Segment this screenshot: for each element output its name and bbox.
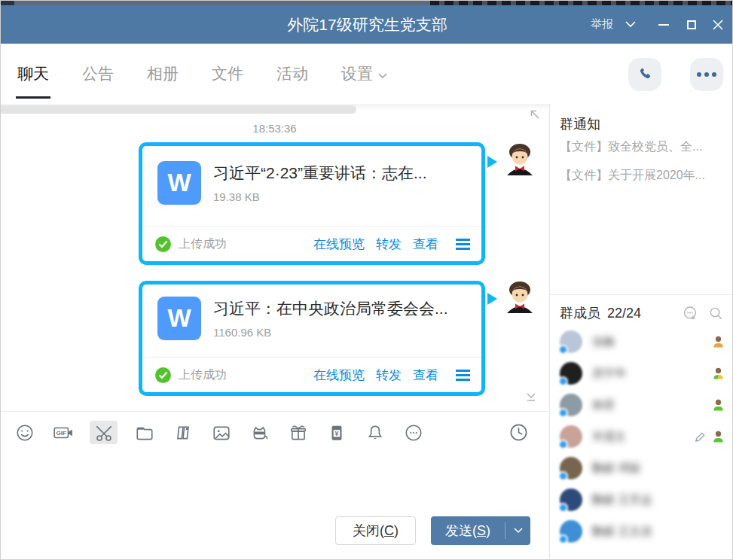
jump-to-latest-icon[interactable] [524, 390, 538, 406]
more-actions-button[interactable] [690, 58, 723, 91]
word-file-icon: W [157, 297, 201, 340]
close-button[interactable] [713, 20, 723, 30]
svg-text:¥: ¥ [334, 429, 338, 437]
member-row[interactable]: 宋溪文 [560, 421, 725, 452]
send-label-group: 发送(S) [431, 522, 505, 540]
file-card-footer: 上传成功 在线预览 转发 查看 [142, 226, 481, 261]
success-check-icon [155, 236, 171, 252]
gif-hotpic-icon[interactable]: GIF [51, 421, 75, 444]
more-tools-icon[interactable] [402, 421, 425, 444]
upload-status: 上传成功 [179, 367, 227, 383]
send-button[interactable]: 发送(S) [431, 516, 530, 545]
file-title: 习近平“2·23”重要讲话：志在... [213, 163, 427, 184]
view-link[interactable]: 查看 [413, 367, 438, 384]
member-name: 宋溪文 [592, 430, 626, 444]
tab-activity[interactable]: 活动 [276, 44, 308, 104]
bubble-tail [487, 156, 497, 168]
file-menu-icon[interactable] [456, 239, 470, 250]
minimize-button[interactable] [658, 24, 669, 26]
phone-icon [637, 65, 653, 84]
partially-scrolled-bubble [1, 105, 356, 114]
tab-settings[interactable]: 设置 [341, 44, 387, 104]
bell-icon[interactable] [363, 421, 386, 444]
member-avatar [560, 394, 582, 416]
voice-call-button[interactable] [628, 58, 661, 91]
edit-pencil-icon[interactable] [695, 431, 706, 443]
screenshot-scissors-icon[interactable] [90, 421, 118, 444]
gift-icon[interactable] [286, 421, 310, 444]
invite-member-icon[interactable] [683, 306, 698, 324]
report-button[interactable]: 举报 [591, 17, 613, 32]
member-name: 林君 [592, 398, 615, 412]
maximize-button[interactable] [687, 20, 696, 29]
word-file-icon: W [157, 161, 201, 205]
member-title-badge-icon [712, 336, 725, 348]
chevron-down-icon [378, 65, 387, 83]
message-timestamp: 18:53:36 [1, 122, 548, 135]
send-label: 发送( [445, 523, 477, 538]
expand-history-icon[interactable] [527, 107, 541, 123]
forward-link[interactable]: 转发 [376, 367, 402, 384]
tab-chat[interactable]: 聊天 [17, 44, 49, 104]
sender-avatar[interactable] [502, 278, 537, 313]
file-size: 19.38 KB [213, 190, 427, 203]
member-row[interactable]: 翻硕 王文清 [560, 516, 725, 547]
tab-album[interactable]: 相册 [147, 44, 179, 104]
member-row[interactable]: 房宇华 [560, 358, 725, 389]
chat-message-area: 18:53:36 W 习近平“2·23”重要讲话：志在... 19.38 KB … [1, 104, 548, 411]
member-name: 房宇华 [592, 367, 626, 381]
tab-bar: 聊天 公告 相册 文件 活动 设置 [1, 44, 733, 104]
member-name: 翻硕 王芳达 [592, 493, 652, 507]
close-label-end: ) [394, 523, 399, 539]
ellipsis-icon [697, 72, 716, 77]
image-icon[interactable] [209, 421, 233, 444]
send-label-end: ) [486, 523, 490, 538]
online-preview-link[interactable]: 在线预览 [313, 367, 365, 384]
title-bar-controls: 举报 [591, 5, 723, 44]
member-name: 张颖 [592, 335, 615, 349]
sidebar-divider [550, 294, 733, 295]
member-avatar [560, 330, 582, 353]
file-card-footer: 上传成功 在线预览 转发 查看 [142, 357, 481, 392]
folder-send-file-icon[interactable] [133, 421, 156, 444]
red-packet-icon[interactable]: ¥ [325, 421, 348, 444]
members-title: 群成员 [560, 304, 600, 322]
file-message-card[interactable]: W 习近平“2·23”重要讲话：志在... 19.38 KB 上传成功 在线预览… [139, 142, 485, 265]
file-assistant-icon[interactable] [171, 421, 194, 444]
sender-avatar[interactable] [502, 141, 537, 175]
tab-announcement[interactable]: 公告 [82, 44, 114, 104]
members-count: 22/24 [607, 306, 641, 321]
file-summary: W 习近平：在中央政治局常委会会... 1160.96 KB [142, 285, 481, 357]
search-member-icon[interactable] [709, 306, 723, 324]
message-history-clock-icon[interactable] [507, 421, 530, 444]
sticker-cat-icon[interactable] [248, 421, 271, 444]
file-title: 习近平：在中央政治局常委会会... [213, 298, 448, 319]
group-members-header: 群成员 22/24 [560, 304, 641, 322]
tabs: 聊天 公告 相册 文件 活动 设置 [17, 44, 387, 104]
member-row[interactable]: 林君 [560, 389, 725, 421]
tab-files[interactable]: 文件 [212, 44, 243, 104]
group-notice-item[interactable]: 【文件】致全校党员、全... [560, 139, 728, 155]
view-link[interactable]: 查看 [413, 236, 438, 253]
send-options-dropdown[interactable] [505, 516, 530, 545]
member-title-badge-icon [712, 399, 725, 412]
svg-text:GIF: GIF [56, 430, 66, 437]
bubble-tail [487, 293, 497, 305]
emoji-icon[interactable] [13, 421, 36, 444]
group-notice-item[interactable]: 【文件】关于开展2020年... [560, 168, 728, 184]
member-row[interactable]: 翻硕 王芳达 [560, 484, 725, 516]
member-row[interactable]: 张颖 [560, 326, 725, 358]
send-accesskey: S [477, 523, 486, 538]
member-title-badge-icon [712, 431, 725, 443]
close-chat-button[interactable]: 关闭(C) [335, 516, 416, 545]
chevron-down-icon[interactable] [625, 21, 636, 28]
file-message-card[interactable]: W 习近平：在中央政治局常委会会... 1160.96 KB 上传成功 在线预览… [139, 281, 485, 396]
file-menu-icon[interactable] [456, 370, 470, 381]
member-name: 翻硕 邓丽 [592, 461, 640, 476]
member-avatar [560, 520, 582, 543]
online-preview-link[interactable]: 在线预览 [313, 236, 365, 253]
footer-bar: 关闭(C) 发送(S) [1, 504, 548, 560]
forward-link[interactable]: 转发 [376, 236, 402, 253]
member-row[interactable]: 翻硕 邓丽 [560, 452, 725, 484]
message-input[interactable] [1, 453, 548, 504]
